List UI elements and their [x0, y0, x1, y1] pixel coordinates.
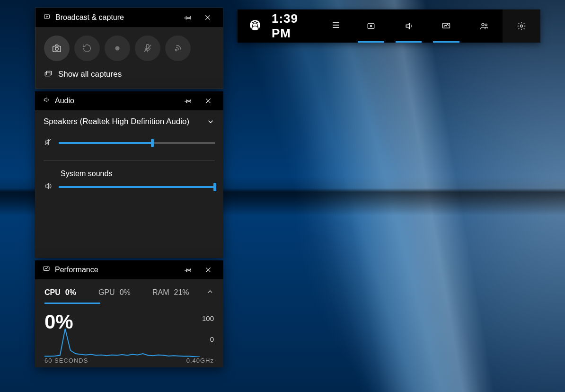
audio-panel: Audio Speakers (Realtek High Definition … — [35, 91, 223, 258]
svg-point-5 — [370, 25, 371, 27]
performance-titlebar[interactable]: Performance — [35, 260, 223, 279]
svg-point-16 — [115, 46, 119, 50]
close-icon[interactable] — [200, 10, 215, 25]
master-volume-slider[interactable] — [59, 142, 215, 144]
collapse-button[interactable] — [206, 282, 214, 303]
show-all-captures-label: Show all captures — [58, 70, 122, 79]
system-sounds-label: System sounds — [61, 169, 215, 178]
svg-rect-20 — [45, 72, 50, 76]
audio-device-selector[interactable]: Speakers (Realtek High Definition Audio) — [44, 117, 215, 126]
y-axis-min: 0 — [210, 335, 214, 343]
pin-icon[interactable] — [180, 10, 195, 25]
svg-point-15 — [55, 47, 58, 50]
record-last-button[interactable] — [74, 36, 100, 61]
pin-icon[interactable] — [181, 93, 196, 108]
performance-panel: Performance CPU 0% GPU 0% RAM 21% 0% 100… — [35, 260, 223, 367]
tab-ram[interactable]: RAM 21% — [152, 283, 206, 303]
svg-point-19 — [176, 49, 177, 51]
pin-icon[interactable] — [181, 262, 196, 277]
svg-rect-4 — [368, 24, 374, 28]
cpu-chart — [44, 324, 200, 357]
cpu-freq-label: 0.40GHz — [186, 357, 214, 364]
record-button[interactable] — [105, 36, 130, 61]
toggle-capture-panel[interactable] — [352, 9, 390, 43]
audio-device-name: Speakers (Realtek High Definition Audio) — [44, 117, 189, 126]
broadcast-titlebar[interactable]: Broadcast & capture — [35, 8, 223, 27]
svg-point-7 — [482, 23, 484, 26]
divider — [44, 160, 215, 161]
show-all-captures-link[interactable]: Show all captures — [44, 70, 214, 79]
tab-cpu[interactable]: CPU 0% — [44, 283, 98, 303]
speaker-icon[interactable] — [44, 182, 52, 192]
toggle-performance-panel[interactable] — [427, 9, 465, 43]
chevron-down-icon — [206, 117, 215, 126]
svg-point-8 — [485, 24, 487, 26]
tab-gpu[interactable]: GPU 0% — [98, 283, 152, 303]
y-axis-max: 100 — [202, 314, 214, 322]
broadcast-capture-panel: Broadcast & capture Show all captures — [35, 8, 223, 89]
svg-point-9 — [521, 25, 523, 27]
audio-title: Audio — [55, 97, 176, 105]
xbox-icon — [249, 19, 261, 33]
capture-icon — [43, 13, 51, 22]
tab-underline — [44, 303, 100, 304]
gamebar-settings-button[interactable] — [503, 9, 540, 43]
time-axis-label: 60 SECONDS — [44, 357, 88, 364]
gamebar-main-strip: 1:39 PM — [238, 9, 540, 43]
system-sounds-slider[interactable] — [59, 186, 215, 188]
svg-rect-10 — [44, 15, 50, 18]
close-icon[interactable] — [201, 93, 216, 108]
gamebar-time: 1:39 PM — [272, 11, 321, 41]
svg-point-11 — [46, 16, 48, 18]
close-icon[interactable] — [201, 262, 216, 277]
audio-titlebar[interactable]: Audio — [35, 91, 223, 110]
speaker-icon — [43, 96, 50, 106]
broadcast-button[interactable] — [165, 36, 191, 61]
toggle-audio-panel[interactable] — [390, 9, 428, 43]
broadcast-title: Broadcast & capture — [55, 13, 176, 22]
performance-icon — [43, 265, 50, 275]
performance-title: Performance — [55, 266, 176, 274]
gallery-icon — [44, 70, 53, 79]
mic-toggle-button[interactable] — [135, 36, 160, 61]
mute-icon[interactable] — [44, 138, 52, 148]
toggle-social-panel[interactable] — [465, 9, 503, 43]
screenshot-button[interactable] — [44, 36, 70, 61]
svg-rect-21 — [46, 71, 52, 75]
overlay-menu-icon[interactable] — [331, 20, 341, 32]
